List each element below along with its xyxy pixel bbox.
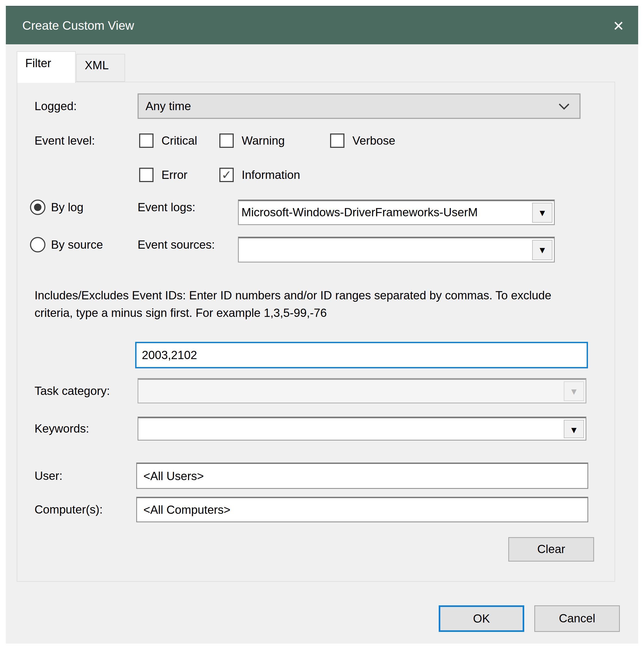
create-custom-view-dialog: Create Custom View ✕ Filter XML Logged: … <box>6 6 638 644</box>
dropdown-arrow-icon: ▼ <box>538 208 547 218</box>
dropdown-arrow-icon: ▼ <box>569 386 578 397</box>
task-category-dropdown: ▼ <box>138 378 586 403</box>
checkbox-error[interactable]: ✓ <box>139 168 153 182</box>
title-bar: Create Custom View ✕ <box>6 6 638 44</box>
event-ids-input[interactable] <box>135 342 588 368</box>
event-level-label: Event level: <box>34 133 95 148</box>
tab-filter[interactable]: Filter <box>17 51 76 83</box>
check-icon: ✓ <box>222 168 232 182</box>
dropdown-arrow-icon: ▼ <box>569 425 578 435</box>
event-sources-dropdown[interactable]: ▼ <box>238 237 555 262</box>
task-category-label: Task category: <box>34 378 110 403</box>
radio-by-log-label: By log <box>51 199 83 215</box>
logged-label: Logged: <box>34 93 77 119</box>
event-logs-value: Microsoft-Windows-DriverFrameworks-UserM <box>241 201 528 223</box>
checkbox-critical-label: Critical <box>162 133 197 148</box>
event-logs-drop-button[interactable]: ▼ <box>532 203 552 223</box>
logged-dropdown[interactable]: Any time <box>138 93 581 119</box>
event-ids-instructions: Includes/Excludes Event IDs: Enter ID nu… <box>34 287 566 322</box>
event-logs-label: Event logs: <box>138 199 196 215</box>
close-icon[interactable]: ✕ <box>608 16 628 36</box>
event-logs-dropdown[interactable]: Microsoft-Windows-DriverFrameworks-UserM… <box>238 199 555 225</box>
radio-by-log[interactable] <box>30 199 46 215</box>
tab-xml-label: XML <box>85 59 109 72</box>
tab-filter-label: Filter <box>25 57 51 69</box>
task-category-drop-button: ▼ <box>564 381 584 401</box>
computers-label: Computer(s): <box>34 497 103 522</box>
user-input[interactable] <box>136 463 588 489</box>
checkbox-information[interactable]: ✓ <box>219 168 234 182</box>
chevron-down-icon <box>558 103 570 110</box>
logged-value: Any time <box>146 94 191 118</box>
dropdown-arrow-icon: ▼ <box>538 245 547 255</box>
radio-by-source-label: By source <box>51 237 103 252</box>
keywords-dropdown[interactable]: ▼ <box>138 417 586 440</box>
user-label: User: <box>34 463 62 489</box>
cancel-button[interactable]: Cancel <box>534 606 620 632</box>
ok-button[interactable]: OK <box>439 606 524 632</box>
computers-input[interactable] <box>136 497 588 522</box>
checkbox-warning-label: Warning <box>242 133 285 148</box>
tab-xml[interactable]: XML <box>76 54 125 82</box>
checkbox-warning[interactable]: ✓ <box>219 133 234 148</box>
checkbox-critical[interactable]: ✓ <box>139 133 153 148</box>
radio-by-source[interactable] <box>30 237 46 252</box>
checkbox-verbose-label: Verbose <box>352 133 395 148</box>
clear-button[interactable]: Clear <box>508 537 594 562</box>
checkbox-verbose[interactable]: ✓ <box>330 133 345 148</box>
checkbox-error-label: Error <box>162 168 187 182</box>
event-sources-label: Event sources: <box>138 237 215 252</box>
event-sources-drop-button[interactable]: ▼ <box>532 240 552 260</box>
keywords-drop-button[interactable]: ▼ <box>564 420 584 438</box>
keywords-label: Keywords: <box>34 417 89 440</box>
window-title: Create Custom View <box>22 7 134 44</box>
checkbox-information-label: Information <box>242 168 300 182</box>
